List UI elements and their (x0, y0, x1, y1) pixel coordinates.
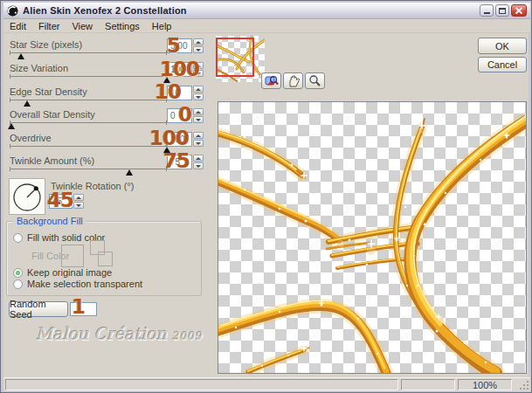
preview-navigator[interactable] (216, 36, 265, 82)
annotation-overdrive: 100 (149, 128, 189, 148)
watermark-year: 2009 (172, 330, 203, 342)
spin-up-button[interactable] (193, 108, 204, 115)
gold-strands-image (218, 102, 526, 373)
background-fill-group: Background Fill Fill with solid color Fi… (6, 221, 202, 296)
maximize-button[interactable] (495, 4, 509, 17)
radio-icon[interactable] (13, 233, 23, 243)
slider-track[interactable] (10, 51, 167, 58)
minimize-button[interactable] (480, 4, 494, 17)
spin-down-button[interactable] (193, 140, 204, 147)
status-segment (401, 379, 455, 390)
slider-track[interactable] (10, 144, 167, 151)
slider-label: Edge Star Density (10, 86, 87, 97)
menu-help[interactable]: Help (146, 20, 178, 32)
pan-hand-icon (287, 74, 300, 87)
radio-label: Make selection transparent (27, 279, 142, 289)
navigator-selection-rect[interactable] (216, 38, 254, 77)
annotation-size-variation: 100 (160, 59, 199, 79)
radio-keep-original-image[interactable]: Keep original image (13, 267, 112, 278)
status-segment (5, 379, 398, 390)
magnifier-icon (308, 74, 321, 87)
menu-settings[interactable]: Settings (99, 20, 146, 32)
radio-make-selection-transparent[interactable]: Make selection transparent (13, 279, 142, 289)
watermark-name: Malou Création (36, 324, 167, 343)
slider-track[interactable] (10, 167, 167, 174)
ok-button[interactable]: OK (478, 38, 527, 54)
navigator-tool-button[interactable] (261, 72, 281, 89)
spin-up-button[interactable] (193, 86, 204, 93)
pan-tool-button[interactable] (283, 72, 303, 89)
slider-thumb[interactable] (126, 169, 133, 176)
annotation-overall-star-density: 0 (178, 104, 191, 125)
spin-up-button[interactable] (193, 155, 204, 162)
slider-label: Overall Star Density (10, 109, 95, 120)
slider-label: Twinkle Amount (%) (10, 155, 94, 166)
slider-thumb[interactable] (8, 123, 15, 129)
group-title: Background Fill (13, 216, 86, 226)
zoom-tool-button[interactable] (305, 72, 325, 89)
spin-down-button[interactable] (193, 116, 204, 123)
cancel-button[interactable]: Cancel (478, 57, 527, 72)
slider-thumb[interactable] (17, 53, 24, 59)
status-bar: 100% (3, 377, 530, 391)
dial-face-icon (10, 179, 45, 214)
spin-up-button[interactable] (73, 194, 84, 201)
fill-color-swatch (61, 245, 84, 267)
annotation-star-size: 5 (167, 35, 180, 56)
spin-up-button[interactable] (193, 132, 204, 139)
slider-label: Star Size (pixels) (10, 39, 82, 50)
watermark: Malou Création 2009 (34, 324, 204, 343)
zoom-level-indicator[interactable]: 100% (458, 379, 512, 390)
radio-icon[interactable] (13, 279, 23, 289)
annotation-rotation: 45 (47, 190, 73, 210)
slider-track[interactable] (10, 74, 167, 81)
menu-filter[interactable]: Filter (32, 20, 66, 32)
window-title: Alien Skin Xenofex 2 Constellation (23, 5, 478, 16)
slider-label: Size Variation (10, 63, 68, 73)
minimize-icon (484, 12, 490, 14)
spin-up-button[interactable] (193, 38, 204, 45)
slider-thumb[interactable] (24, 100, 31, 107)
annotation-twinkle-amount: 75 (163, 150, 190, 171)
xenofex-dialog: Alien Skin Xenofex 2 Constellation Edit … (0, 0, 532, 393)
annotation-edge-star-density: 10 (155, 81, 181, 102)
annotation-random-seed: 1 (72, 296, 85, 317)
slider-value: 0 (170, 111, 176, 121)
close-button[interactable] (511, 4, 527, 17)
spin-down-button[interactable] (193, 93, 204, 100)
preview-navigator-icon (265, 75, 279, 87)
menu-view[interactable]: View (66, 20, 99, 32)
app-icon (7, 5, 18, 17)
twinkle-rotation-dial[interactable] (9, 178, 45, 215)
menu-edit[interactable]: Edit (3, 20, 32, 32)
resize-grip[interactable] (519, 380, 529, 390)
titlebar[interactable]: Alien Skin Xenofex 2 Constellation (3, 3, 530, 19)
random-seed-button[interactable]: Random Seed (9, 301, 68, 317)
spin-down-button[interactable] (73, 202, 84, 209)
preview-canvas[interactable] (218, 101, 527, 374)
color-picker-icon (98, 252, 113, 266)
spin-down-button[interactable] (193, 46, 204, 53)
slider-track[interactable] (10, 121, 167, 128)
slider-track[interactable] (10, 98, 167, 105)
slider-label: Overdrive (10, 133, 52, 143)
close-icon (515, 7, 523, 15)
radio-icon[interactable] (13, 268, 23, 278)
radio-label: Keep original image (27, 267, 112, 278)
maximize-icon (499, 8, 506, 14)
spin-down-button[interactable] (193, 162, 204, 169)
menubar: Edit Filter View Settings Help (3, 19, 530, 33)
